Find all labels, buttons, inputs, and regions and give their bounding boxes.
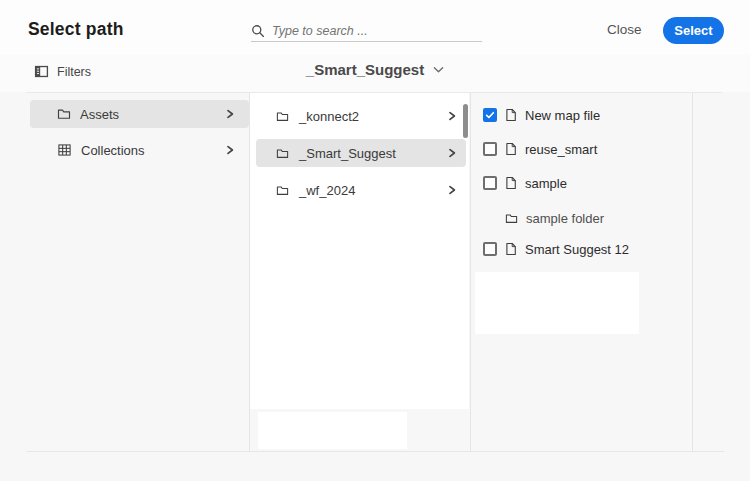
file-icon	[505, 108, 517, 122]
file-item-new-map-file[interactable]: New map file	[483, 106, 600, 124]
scrollbar-thumb[interactable]	[463, 104, 468, 138]
loading-placeholder	[258, 412, 407, 449]
loading-placeholder	[475, 272, 639, 334]
file-item-label: Smart Suggest 12	[525, 242, 629, 257]
chevron-right-icon	[447, 111, 457, 121]
footer-divider	[26, 451, 724, 452]
sidebar-item-label: Assets	[80, 107, 119, 122]
check-icon	[485, 110, 495, 120]
file-item-reuse-smart[interactable]: reuse_smart	[483, 140, 597, 158]
search-icon	[251, 24, 265, 38]
file-item-label: reuse_smart	[525, 142, 597, 157]
folder-icon	[505, 212, 518, 225]
checkbox-checked[interactable]	[483, 108, 497, 122]
grid-icon	[57, 143, 72, 157]
page-title: Select path	[28, 19, 124, 40]
sidebar-item-assets[interactable]: Assets	[30, 100, 249, 128]
folder-icon	[276, 147, 289, 160]
column-divider	[692, 93, 693, 451]
close-button[interactable]: Close	[607, 22, 642, 37]
folder-icon	[276, 184, 289, 197]
dialog-header: Select path Close Select	[0, 0, 750, 55]
folder-item-label: _konnect2	[299, 109, 359, 124]
chevron-right-icon	[447, 185, 457, 195]
file-item-label: New map file	[525, 108, 600, 123]
folder-item-label: sample folder	[526, 211, 604, 226]
chevron-right-icon	[447, 148, 457, 158]
chevron-down-icon	[433, 66, 444, 74]
sidebar-item-collections[interactable]: Collections	[30, 136, 249, 164]
sidebar-item-label: Collections	[81, 143, 145, 158]
path-dropdown[interactable]: _Smart_Suggest	[0, 61, 750, 78]
folder-item-wf-2024[interactable]: _wf_2024	[256, 176, 466, 204]
select-button[interactable]: Select	[663, 17, 724, 44]
search-input[interactable]	[272, 24, 482, 38]
folder-item-label: _Smart_Suggest	[299, 146, 396, 161]
file-icon	[505, 242, 517, 256]
file-item-smart-suggest-12[interactable]: Smart Suggest 12	[483, 240, 629, 258]
filters-bar: Filters _Smart_Suggest	[0, 55, 750, 92]
file-icon	[505, 142, 517, 156]
checkbox-unchecked[interactable]	[483, 242, 497, 256]
folder-item-label: _wf_2024	[299, 183, 355, 198]
folder-icon	[57, 107, 71, 121]
folder-icon	[276, 110, 289, 123]
search-box	[251, 20, 482, 42]
file-item-label: sample	[525, 176, 567, 191]
file-item-sample[interactable]: sample	[483, 174, 567, 192]
folder-item-sample-folder[interactable]: sample folder	[505, 209, 604, 227]
column-divider	[470, 93, 471, 451]
path-dropdown-label: _Smart_Suggest	[306, 61, 424, 78]
folder-item-konnect2[interactable]: _konnect2	[256, 102, 466, 130]
chevron-right-icon	[225, 109, 235, 119]
file-icon	[505, 176, 517, 190]
folder-item-smart-suggest[interactable]: _Smart_Suggest	[256, 139, 466, 167]
select-path-dialog: Select path Close Select Filters _Smart_…	[0, 0, 750, 481]
chevron-right-icon	[225, 145, 235, 155]
checkbox-unchecked[interactable]	[483, 176, 497, 190]
checkbox-unchecked[interactable]	[483, 142, 497, 156]
